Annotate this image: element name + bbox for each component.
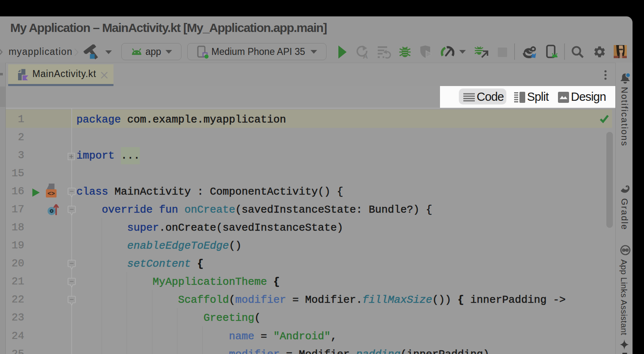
svg-text:<>: <> (48, 191, 55, 197)
svg-text:A: A (363, 52, 368, 59)
